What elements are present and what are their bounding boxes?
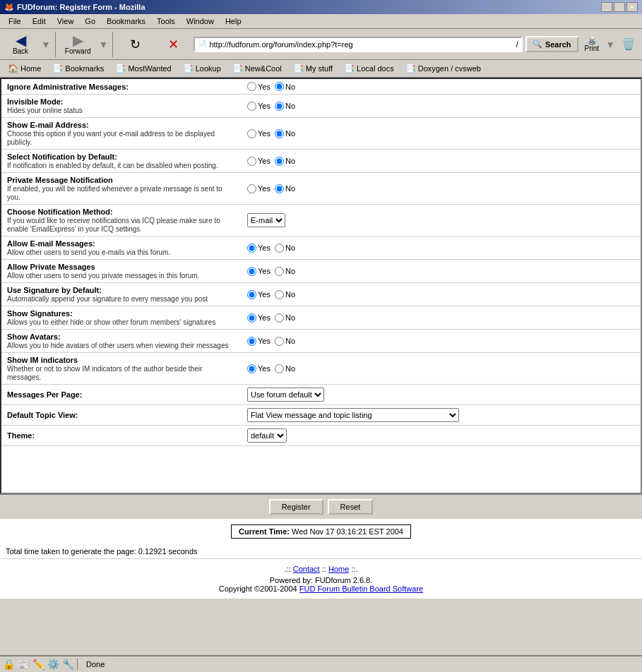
radio-yes-allow-pm[interactable]: Yes xyxy=(247,267,271,276)
gen-time-text: Total time taken to generate the page: 0… xyxy=(6,547,198,556)
bookmark-newcool[interactable]: 📑 New&Cool xyxy=(227,61,287,76)
radio-no-show-sig[interactable]: No xyxy=(275,313,295,323)
title-bar-buttons[interactable]: _ □ × xyxy=(601,2,638,12)
menu-file[interactable]: File xyxy=(3,16,27,27)
back-dropdown-icon[interactable]: ▼ xyxy=(41,39,51,50)
forward-dropdown-icon[interactable]: ▼ xyxy=(99,39,109,50)
radio-yes-invisible[interactable]: Yes xyxy=(247,102,271,111)
messages-per-page-select[interactable]: Use forum default 10 20 30 50 xyxy=(247,388,324,402)
radio-yes-input-allow-email[interactable] xyxy=(247,244,256,253)
menu-bookmarks[interactable]: Bookmarks xyxy=(101,16,151,27)
radio-yes-show-sig[interactable]: Yes xyxy=(247,313,271,323)
bookmark-mystuff[interactable]: 📑 My stuff xyxy=(288,61,338,76)
radio-yes-input-pm-notify[interactable] xyxy=(247,184,256,193)
field-label-show-avatars: Show Avatars: xyxy=(7,332,61,341)
radio-yes-input-invisible[interactable] xyxy=(247,102,256,111)
bookmark-doxygen[interactable]: 📑 Doxygen / cvsweb xyxy=(400,61,486,76)
menu-edit[interactable]: Edit xyxy=(27,16,52,27)
radio-no-allow-email[interactable]: No xyxy=(275,244,295,253)
bookmark-bookmarks[interactable]: 📑 Bookmarks xyxy=(47,61,109,76)
print-dropdown-icon[interactable]: ▼ xyxy=(605,39,615,50)
radio-no-input-show-avatars[interactable] xyxy=(275,337,284,346)
footer-sep: :: xyxy=(322,565,328,573)
menu-help[interactable]: Help xyxy=(220,16,247,27)
radio-yes-input-allow-pm[interactable] xyxy=(247,267,256,276)
maximize-button[interactable]: □ xyxy=(614,2,625,12)
radio-yes-use-sig[interactable]: Yes xyxy=(247,290,271,299)
print-button[interactable]: 🖨️ Print xyxy=(581,35,603,54)
radio-no-input-use-sig[interactable] xyxy=(275,290,284,299)
back-button[interactable]: ◀ Back xyxy=(3,31,38,57)
radio-no-input-show-im[interactable] xyxy=(275,364,284,373)
reload-button[interactable]: ↻ xyxy=(117,35,153,54)
menu-window[interactable]: Window xyxy=(181,16,220,27)
menu-view[interactable]: View xyxy=(52,16,80,27)
notify-method-select[interactable]: E-mail ICQ xyxy=(247,213,285,227)
radio-no-pm-notify[interactable]: No xyxy=(275,184,295,193)
stop-button[interactable]: ✕ xyxy=(155,35,191,54)
bookmark-mostwanted[interactable]: 📑 MostWanted xyxy=(110,61,176,76)
radio-yes-show-avatars[interactable]: Yes xyxy=(247,337,271,346)
radio-no-show-im[interactable]: No xyxy=(275,364,295,373)
footer-home-link[interactable]: Home xyxy=(328,565,349,573)
footer-copyright-link[interactable]: FUD Forum Bulletin Board Software xyxy=(299,584,423,593)
radio-no-show-avatars[interactable]: No xyxy=(275,337,295,346)
radio-no-input-invisible[interactable] xyxy=(275,102,284,111)
forward-button[interactable]: ▶ Forward xyxy=(60,31,96,57)
radio-no-input-notification[interactable] xyxy=(275,157,284,166)
radio-yes-input-show-email[interactable] xyxy=(247,129,256,138)
radio-no-input-show-sig[interactable] xyxy=(275,313,284,323)
radio-yes-input-ignore-admin[interactable] xyxy=(247,82,256,91)
search-button[interactable]: 🔍 Search xyxy=(525,36,578,52)
radio-no-notification[interactable]: No xyxy=(275,157,295,166)
bookmark-home[interactable]: 🏠 Home xyxy=(3,61,46,76)
address-input[interactable] xyxy=(209,40,516,49)
radio-yes-notification[interactable]: Yes xyxy=(247,157,271,166)
radio-no-input-allow-pm[interactable] xyxy=(275,267,284,276)
radio-yes-input-use-sig[interactable] xyxy=(247,290,256,299)
topic-view-select[interactable]: Flat View message and topic listing Thre… xyxy=(247,408,459,422)
trash-button[interactable]: 🗑️ xyxy=(618,35,639,53)
go-icon[interactable]: / xyxy=(516,40,518,49)
theme-select[interactable]: default dark light xyxy=(247,428,287,443)
back-arrow-icon: ◀ xyxy=(16,33,26,47)
bookmark-localdocs[interactable]: 📑 Local docs xyxy=(339,61,399,76)
bookmark-lookup[interactable]: 📑 Lookup xyxy=(178,61,226,76)
footer-contact-link[interactable]: Contact xyxy=(293,565,320,573)
field-value-show-sig: Yes No xyxy=(242,306,641,330)
radio-yes-input-show-sig[interactable] xyxy=(247,313,256,323)
field-cell-show-im: Show IM indicators Whether or not to sho… xyxy=(1,353,242,385)
radio-no-show-email[interactable]: No xyxy=(275,129,295,138)
minimize-button[interactable]: _ xyxy=(601,2,612,12)
radio-no-invisible[interactable]: No xyxy=(275,102,295,111)
radio-group-show-email: Yes No xyxy=(247,129,635,138)
radio-yes-allow-email[interactable]: Yes xyxy=(247,244,271,253)
address-bar[interactable]: 📄 / xyxy=(194,37,522,52)
bookmark-bookmarks-label: Bookmarks xyxy=(65,64,104,73)
radio-yes-pm-notify[interactable]: Yes xyxy=(247,184,271,193)
radio-no-allow-pm[interactable]: No xyxy=(275,267,295,276)
radio-yes-show-im[interactable]: Yes xyxy=(247,364,271,373)
menu-tools[interactable]: Tools xyxy=(151,16,181,27)
radio-yes-input-show-avatars[interactable] xyxy=(247,337,256,346)
radio-yes-input-notification[interactable] xyxy=(247,157,256,166)
radio-yes-show-email[interactable]: Yes xyxy=(247,129,271,138)
localdocs-bookmark-icon: 📑 xyxy=(344,64,355,73)
radio-no-label-invisible: No xyxy=(285,102,295,110)
radio-yes-input-show-im[interactable] xyxy=(247,364,256,373)
radio-no-input-ignore-admin[interactable] xyxy=(275,82,284,91)
radio-group-pm-notify: Yes No xyxy=(247,184,635,193)
register-button[interactable]: Register xyxy=(269,499,323,515)
radio-no-input-show-email[interactable] xyxy=(275,129,284,138)
field-cell-messages-per-page: Messages Per Page: xyxy=(1,385,242,405)
radio-no-input-allow-email[interactable] xyxy=(275,244,284,253)
trash-icon: 🗑️ xyxy=(622,38,636,50)
reset-button[interactable]: Reset xyxy=(328,499,374,515)
radio-yes-ignore-admin[interactable]: Yes xyxy=(247,82,271,91)
field-label-invisible: Invisible Mode: xyxy=(7,97,63,106)
radio-no-use-sig[interactable]: No xyxy=(275,290,295,299)
radio-no-ignore-admin[interactable]: No xyxy=(275,82,295,91)
close-button[interactable]: × xyxy=(626,2,638,12)
radio-no-input-pm-notify[interactable] xyxy=(275,184,284,193)
menu-go[interactable]: Go xyxy=(79,16,101,27)
